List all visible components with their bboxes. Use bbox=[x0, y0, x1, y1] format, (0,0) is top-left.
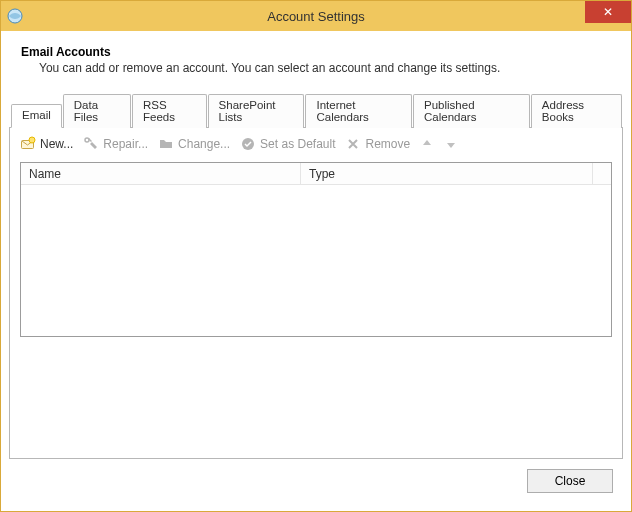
column-header-name[interactable]: Name bbox=[21, 163, 301, 184]
repair-account-button: Repair... bbox=[83, 136, 148, 152]
tab-strip: Email Data Files RSS Feeds SharePoint Li… bbox=[9, 93, 623, 127]
column-label: Type bbox=[309, 167, 335, 181]
toolbar-label: Set as Default bbox=[260, 137, 335, 151]
svg-point-3 bbox=[85, 138, 89, 142]
check-circle-icon bbox=[240, 136, 256, 152]
button-label: Close bbox=[555, 474, 586, 488]
tab-label: Internet Calendars bbox=[316, 99, 368, 123]
move-down-button bbox=[444, 137, 458, 151]
envelope-new-icon bbox=[20, 136, 36, 152]
list-header: Name Type bbox=[21, 163, 611, 185]
toolbar-label: Remove bbox=[365, 137, 410, 151]
column-header-spacer bbox=[593, 163, 611, 184]
titlebar: Account Settings ✕ bbox=[1, 1, 631, 31]
tab-published-calendars[interactable]: Published Calendars bbox=[413, 94, 530, 128]
wrench-icon bbox=[83, 136, 99, 152]
tab-rss-feeds[interactable]: RSS Feeds bbox=[132, 94, 207, 128]
toolbar: New... Repair... bbox=[10, 128, 622, 158]
arrow-up-icon bbox=[420, 137, 434, 151]
accounts-list: Name Type bbox=[20, 162, 612, 337]
account-settings-window: Account Settings ✕ Email Accounts You ca… bbox=[0, 0, 632, 512]
close-icon: ✕ bbox=[603, 5, 613, 19]
list-body bbox=[21, 185, 611, 336]
tab-label: RSS Feeds bbox=[143, 99, 175, 123]
toolbar-label: Repair... bbox=[103, 137, 148, 151]
tab-internet-calendars[interactable]: Internet Calendars bbox=[305, 94, 412, 128]
tab-label: Email bbox=[22, 109, 51, 121]
window-close-button[interactable]: ✕ bbox=[585, 1, 631, 23]
header-title: Email Accounts bbox=[21, 45, 611, 59]
tab-label: Published Calendars bbox=[424, 99, 476, 123]
tab-label: Data Files bbox=[74, 99, 98, 123]
folder-change-icon bbox=[158, 136, 174, 152]
close-button[interactable]: Close bbox=[527, 469, 613, 493]
tab-data-files[interactable]: Data Files bbox=[63, 94, 131, 128]
column-label: Name bbox=[29, 167, 61, 181]
set-default-button: Set as Default bbox=[240, 136, 335, 152]
arrow-down-icon bbox=[444, 137, 458, 151]
toolbar-label: Change... bbox=[178, 137, 230, 151]
new-account-button[interactable]: New... bbox=[20, 136, 73, 152]
remove-x-icon bbox=[345, 136, 361, 152]
content-area: Email Accounts You can add or remove an … bbox=[1, 31, 631, 511]
move-up-button bbox=[420, 137, 434, 151]
svg-point-2 bbox=[29, 137, 35, 143]
header-description: You can add or remove an account. You ca… bbox=[21, 61, 611, 75]
app-icon bbox=[7, 8, 23, 24]
tab-label: Address Books bbox=[542, 99, 584, 123]
change-account-button: Change... bbox=[158, 136, 230, 152]
tab-sharepoint-lists[interactable]: SharePoint Lists bbox=[208, 94, 305, 128]
column-header-type[interactable]: Type bbox=[301, 163, 593, 184]
panel-spacer bbox=[10, 347, 622, 458]
remove-account-button: Remove bbox=[345, 136, 410, 152]
tab-label: SharePoint Lists bbox=[219, 99, 276, 123]
tab-panel: New... Repair... bbox=[9, 127, 623, 459]
window-title: Account Settings bbox=[1, 9, 631, 24]
header-section: Email Accounts You can add or remove an … bbox=[9, 39, 623, 93]
tab-address-books[interactable]: Address Books bbox=[531, 94, 622, 128]
footer: Close bbox=[9, 459, 623, 507]
toolbar-label: New... bbox=[40, 137, 73, 151]
tab-email[interactable]: Email bbox=[11, 104, 62, 128]
